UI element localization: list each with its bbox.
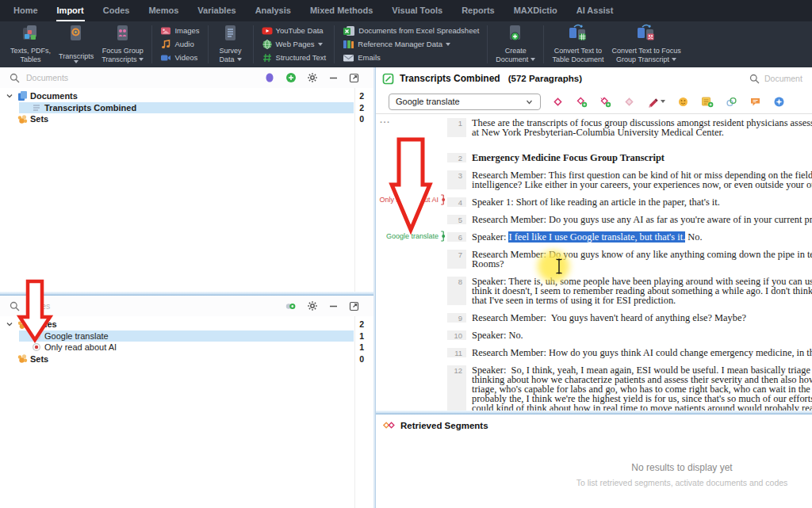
item-count: 2 <box>359 91 364 101</box>
code-filter-dropdown[interactable]: Google translate <box>389 94 541 110</box>
margin-code-label-only-read-about-ai[interactable]: Only read about AI <box>379 194 446 205</box>
reference-manager-icon <box>343 39 354 50</box>
web-pages-button[interactable]: Web Pages <box>259 38 329 51</box>
code-item-google-translate[interactable]: Google translate1 <box>0 330 373 342</box>
coding-margin: ... Only read about AIGoogle translate <box>376 114 447 411</box>
paragraph-row-10[interactable]: 10Speaker: No. <box>447 330 812 340</box>
paragraph-row-1[interactable]: 1These are the transcripts of focus grou… <box>447 118 812 137</box>
emoticode-button[interactable] <box>677 96 689 108</box>
paragraph-row-9[interactable]: 9Research Member: You guys haven't heard… <box>447 313 812 323</box>
menu-tab-codes[interactable]: Codes <box>102 6 131 21</box>
comment-icon <box>749 96 761 108</box>
youtube-data-button[interactable]: YouTube Data <box>259 25 329 37</box>
popout-icon[interactable] <box>349 73 359 83</box>
maxqda-window: HomeImportCodesMemosVariablesAnalysisMix… <box>0 0 812 508</box>
paragraph-row-5[interactable]: 5Research Member: Do you guys use any AI… <box>447 215 812 224</box>
empty-state: No results to display yet To list retrie… <box>539 462 812 487</box>
convert-focus-button[interactable]: Convert Text to FocusGroup Transcript <box>607 21 684 67</box>
audio-icon <box>160 39 171 50</box>
texts-pdfs-tables-icon <box>21 25 40 42</box>
youtube-data-icon <box>262 25 273 36</box>
survey-data-button[interactable]: SurveyData <box>213 21 249 67</box>
documents-search-input[interactable] <box>25 72 144 83</box>
retrieved-segments-panel: Retrieved Segments No results to display… <box>376 414 812 508</box>
emails-button[interactable]: Emails <box>340 52 481 64</box>
item-count: 0 <box>359 114 364 124</box>
add-document-icon[interactable] <box>285 72 297 83</box>
expander-icon[interactable] <box>6 92 13 100</box>
document-item-transcripts-combined[interactable]: Transcripts Combined2 <box>0 102 373 114</box>
menu-tab-memos[interactable]: Memos <box>147 6 179 21</box>
code-invivo-button[interactable] <box>599 96 611 108</box>
sets-icon <box>17 353 28 364</box>
document-search-input[interactable] <box>763 73 810 84</box>
document-browser-header: Transcripts Combined (572 Paragraphs) <box>376 67 812 90</box>
memo-new-button[interactable] <box>701 96 714 108</box>
ribbon-group: Documents from Excel SpreadsheetReferenc… <box>335 21 486 67</box>
audio-button[interactable]: Audio <box>158 38 201 51</box>
menu-tab-home[interactable]: Home <box>13 6 39 21</box>
margin-options[interactable]: ... <box>380 115 391 124</box>
edit-document-icon <box>382 73 394 85</box>
settings-icon[interactable] <box>307 300 318 311</box>
chevron-down-icon <box>446 43 450 46</box>
minimize-icon[interactable] <box>328 73 339 83</box>
code-link-button[interactable] <box>726 96 737 108</box>
document-item-documents[interactable]: Documents2 <box>0 90 373 102</box>
sets-icon <box>17 114 28 124</box>
activated-documents-icon[interactable] <box>264 72 275 83</box>
document-title: Transcripts Combined <box>400 73 500 84</box>
code-new-button[interactable] <box>576 96 588 108</box>
structured-text-button[interactable]: Structured Text <box>259 52 329 64</box>
minimize-icon[interactable] <box>328 301 339 311</box>
menu-tab-visual-tools[interactable]: Visual Tools <box>391 6 443 21</box>
margin-code-label-google-translate[interactable]: Google translate <box>386 231 446 242</box>
code-item-sets[interactable]: Sets0 <box>0 353 373 365</box>
convert-table-button[interactable]: Convert Text toTable Document <box>548 21 607 67</box>
menu-tab-mixed-methods[interactable]: Mixed Methods <box>309 6 373 21</box>
ribbon-separator <box>543 25 544 63</box>
code-item-only-read-about-ai[interactable]: Only read about AI1 <box>0 342 373 353</box>
ai-assist-button[interactable] <box>773 96 785 108</box>
settings-icon[interactable] <box>307 72 318 83</box>
codes-search-input[interactable] <box>25 300 144 311</box>
transcripts-button[interactable]: Transcripts <box>55 21 98 67</box>
paragraph-row-6[interactable]: 6Speaker: I feel like I use Google trans… <box>447 232 812 242</box>
focus-group-transcripts-button[interactable]: Focus GroupTranscripts <box>98 21 147 67</box>
paragraph-row-12[interactable]: 12Speaker: So, I think, yeah, I mean aga… <box>447 365 812 411</box>
popout-icon[interactable] <box>349 301 359 311</box>
menu-tab-maxdictio[interactable]: MAXDictio <box>513 6 558 21</box>
activated-codes-icon[interactable] <box>285 301 297 311</box>
paragraph-row-11[interactable]: 11Research Member: How do you guys think… <box>447 348 812 357</box>
excel-documents-button[interactable]: Documents from Excel Spreadsheet <box>340 25 481 37</box>
comment-button[interactable] <box>749 96 761 108</box>
code-disabled-button[interactable] <box>623 96 635 108</box>
create-document-button[interactable]: CreateDocument <box>492 21 539 67</box>
chevron-down-icon <box>318 43 323 46</box>
code-button[interactable] <box>552 96 564 108</box>
paragraph-row-3[interactable]: 3Research Member: This first question ca… <box>447 170 812 189</box>
menu-tab-reports[interactable]: Reports <box>461 6 496 21</box>
document-item-sets[interactable]: Sets0 <box>0 113 373 125</box>
paragraph-row-2[interactable]: 2Emergency Medicine Focus Group Transcri… <box>447 153 812 162</box>
menu-tab-variables[interactable]: Variables <box>197 6 236 21</box>
menu-tab-analysis[interactable]: Analysis <box>255 6 292 21</box>
paragraph-row-8[interactable]: 8Speaker: There is, uh, some people have… <box>447 277 812 305</box>
menu-tab-import[interactable]: Import <box>56 6 85 21</box>
ribbon-toolbar: Texts, PDFs,TablesTranscriptsFocus Group… <box>0 21 812 67</box>
reference-manager-button[interactable]: Reference Manager Data <box>340 38 481 51</box>
paragraph-row-7[interactable]: 7Research Member: Do you guys know of an… <box>447 250 812 269</box>
coded-segment[interactable]: I feel like I use Google translate, but … <box>508 231 685 243</box>
paragraph-number: 7 <box>447 250 466 269</box>
videos-button[interactable]: Videos <box>158 52 201 64</box>
expander-icon[interactable] <box>6 320 13 328</box>
search-icon <box>10 301 20 311</box>
texts-pdfs-tables-button[interactable]: Texts, PDFs,Tables <box>6 21 55 67</box>
ribbon-separator <box>151 25 152 63</box>
paragraph-number: 11 <box>447 348 466 357</box>
menu-tab-ai-assist[interactable]: AI Assist <box>576 6 615 21</box>
code-item-codes[interactable]: Codes2 <box>0 319 373 330</box>
highlight-pen-button[interactable] <box>647 96 665 108</box>
paragraph-row-4[interactable]: 4Speaker 1: Short of like reading an art… <box>447 197 812 207</box>
images-button[interactable]: Images <box>158 25 201 37</box>
